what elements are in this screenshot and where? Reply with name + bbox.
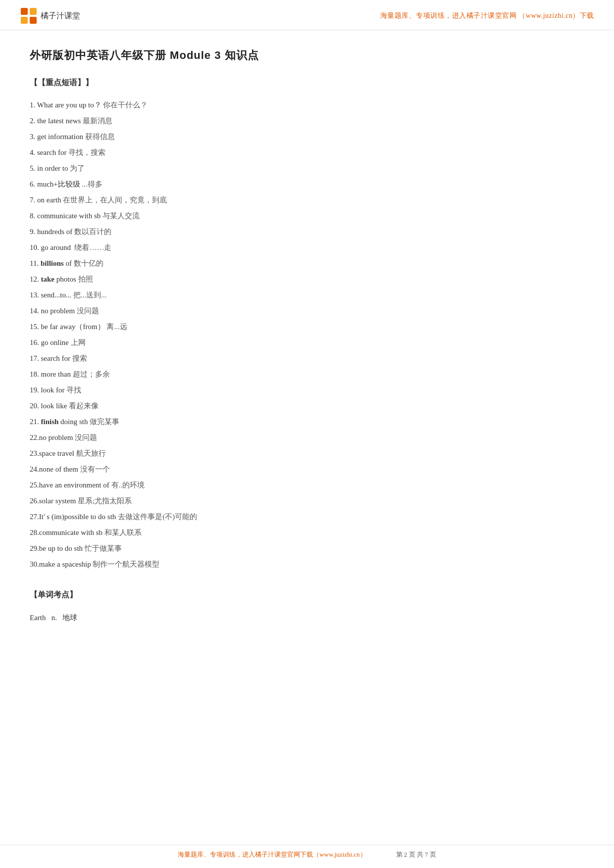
list-item: 3. get information 获得信息 xyxy=(30,129,584,145)
footer-inner: 海量题库、专项训练，进入橘子汁课堂官网下载（www.juzizhi.cn） 第 … xyxy=(0,850,614,859)
list-item: 4. search for 寻找，搜索 xyxy=(30,145,584,160)
page-header: 橘子汁课堂 海量题库、专项训练，进入橘子汁课堂官网 （www.juzizhi.c… xyxy=(0,0,614,30)
list-item: 6. much+比较级 ...得多 xyxy=(30,176,584,192)
logo-area: 橘子汁课堂 xyxy=(20,7,80,25)
list-item: 5. in order to 为了 xyxy=(30,160,584,176)
svg-rect-3 xyxy=(30,17,37,24)
list-item: 19. look for 寻找 xyxy=(30,382,584,398)
logo-icon xyxy=(20,7,38,25)
list-item: 2. the latest news 最新消息 xyxy=(30,113,584,129)
list-item: 17. search for 搜索 xyxy=(30,350,584,366)
list-item: 23.space travel 航天旅行 xyxy=(30,445,584,461)
svg-rect-2 xyxy=(21,17,28,24)
list-item: 24.none of them 没有一个 xyxy=(30,461,584,477)
vocab-entry: Earth n. 地球 xyxy=(30,610,584,625)
page-footer: 海量题库、专项训练，进入橘子汁课堂官网下载（www.juzizhi.cn） 第 … xyxy=(0,845,614,859)
list-item: 27.It' s (im)possible to do sth 去做这件事是(不… xyxy=(30,509,584,525)
list-item: 14. no problem 没问题 xyxy=(30,303,584,319)
list-item: 28.communicate with sb 和某人联系 xyxy=(30,525,584,540)
phrases-section: 【【重点短语】】 1. What are you up to？ 你在干什么？ 2… xyxy=(30,78,584,572)
list-item: 18. more than 超过；多余 xyxy=(30,366,584,382)
list-item: 9. hundreds of 数以百计的 xyxy=(30,224,584,240)
vocab-section: 【单词考点】 Earth n. 地球 xyxy=(30,590,584,625)
list-item: 21. finish doing sth 做完某事 xyxy=(30,414,584,430)
main-content: 外研版初中英语八年级下册 Module 3 知识点 【【重点短语】】 1. Wh… xyxy=(0,30,614,665)
list-item: 25.have an environment of 有..的环境 xyxy=(30,477,584,493)
list-item: 20. look like 看起来像 xyxy=(30,398,584,414)
list-item: 12. take photos 拍照 xyxy=(30,271,584,287)
footer-page: 第 2 页 共 7 页 xyxy=(396,850,436,859)
list-item: 13. send...to... 把...送到... xyxy=(30,287,584,303)
header-slogan: 海量题库、专项训练，进入橘子汁课堂官网 （www.juzizhi.cn）下载 xyxy=(380,11,594,20)
list-item: 29.be up to do sth 忙于做某事 xyxy=(30,540,584,556)
phrase-list: 1. What are you up to？ 你在干什么？ 2. the lat… xyxy=(30,97,584,572)
list-item: 15. be far away（from） 离...远 xyxy=(30,319,584,335)
list-item: 8. communicate with sb 与某人交流 xyxy=(30,208,584,224)
footer-slogan: 海量题库、专项训练，进入橘子汁课堂官网下载（www.juzizhi.cn） xyxy=(178,850,366,859)
page-title: 外研版初中英语八年级下册 Module 3 知识点 xyxy=(30,48,584,63)
list-item: 26.solar system 星系;尤指太阳系 xyxy=(30,493,584,509)
list-item: 22.no problem 没问题 xyxy=(30,430,584,445)
vocab-word: Earth n. 地球 xyxy=(30,614,77,622)
svg-rect-1 xyxy=(30,8,37,15)
list-item: 30.make a spaceship 制作一个航天器模型 xyxy=(30,556,584,572)
logo-text: 橘子汁课堂 xyxy=(41,11,80,21)
phrases-header: 【【重点短语】】 xyxy=(30,78,584,88)
list-item: 16. go online 上网 xyxy=(30,335,584,350)
list-item: 11. billions of 数十亿的 xyxy=(30,255,584,271)
list-item: 7. on earth 在世界上，在人间，究竟，到底 xyxy=(30,192,584,208)
vocab-header: 【单词考点】 xyxy=(30,590,584,600)
svg-rect-0 xyxy=(21,8,28,15)
list-item: 10. go around 绕着……走 xyxy=(30,240,584,255)
list-item: 1. What are you up to？ 你在干什么？ xyxy=(30,97,584,113)
